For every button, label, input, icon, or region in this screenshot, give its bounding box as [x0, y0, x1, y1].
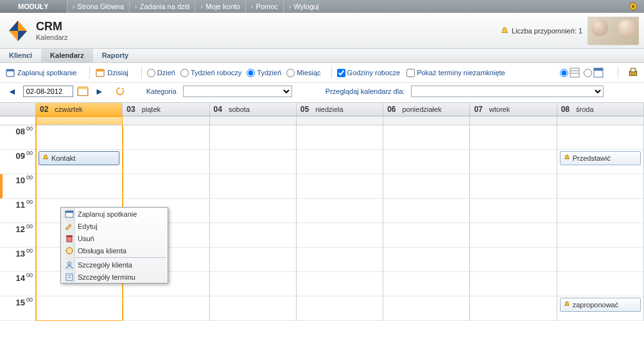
ctx-client-details[interactable]: Szczegóły klienta — [61, 258, 168, 271]
svg-marker-18 — [121, 88, 124, 91]
category-label: Kategoria — [146, 87, 177, 95]
bell-icon — [563, 154, 571, 162]
nav-account[interactable]: Moje konto — [195, 0, 245, 13]
day-header[interactable]: 04sobota — [210, 103, 297, 116]
prev-week-button[interactable]: ◄ — [5, 86, 19, 96]
calendar-plus-icon — [5, 68, 15, 78]
svg-rect-25 — [66, 274, 73, 280]
category-select[interactable] — [183, 86, 292, 97]
bell-icon — [500, 26, 509, 35]
app-title: CRM — [36, 20, 68, 33]
context-menu: Zaplanuj spotkanie Edytuj Usuń Obsługa k… — [60, 207, 168, 284]
day-header[interactable]: 03piątek — [123, 103, 209, 116]
day-header[interactable]: 08środa — [557, 103, 644, 116]
app-header: CRM Kalendarz Liczba przypomnień: 1 — [0, 13, 644, 49]
calendar-header-row: 02czwartek 03piątek 04sobota 05niedziela… — [0, 102, 644, 116]
date-input[interactable] — [23, 86, 73, 97]
day-header[interactable]: 07wtorek — [470, 103, 557, 116]
nav-help[interactable]: Pomoc — [245, 0, 283, 13]
plan-meeting-button[interactable]: Zaplanuj spotkanie — [5, 68, 76, 78]
svg-rect-20 — [65, 211, 73, 213]
calendar-toolbar: Zaplanuj spotkanie Dzisiaj Dzień Tydzień… — [0, 63, 644, 83]
svg-point-1 — [632, 5, 635, 8]
event-zaproponowac[interactable]: zaproponować — [560, 298, 641, 312]
svg-marker-3 — [9, 21, 18, 31]
nav-logout[interactable]: Wyloguj — [283, 0, 324, 13]
calendar-toolbar-2: ◄ ► Kategoria Przeglądaj kalendarz dla: — [0, 83, 644, 102]
day-column[interactable] — [297, 116, 383, 321]
bell-icon — [563, 301, 571, 309]
people-photo — [587, 17, 639, 45]
refresh-icon[interactable] — [116, 87, 125, 96]
calendar-today-icon — [95, 68, 105, 78]
view-month-radio[interactable]: Miesiąc — [286, 69, 320, 77]
work-hours-checkbox[interactable]: Godziny robocze — [337, 69, 401, 77]
view-week-radio[interactable]: Tydzień — [247, 69, 281, 77]
ctx-term-details[interactable]: Szczegóły terminu — [61, 271, 168, 283]
mode-a-radio[interactable] — [560, 69, 568, 77]
tab-raporty[interactable]: Raporty — [93, 49, 138, 62]
event-przedstawic[interactable]: Przedstawić — [560, 151, 641, 165]
svg-rect-9 — [570, 68, 579, 77]
datepicker-icon[interactable] — [77, 86, 89, 97]
list-icon — [593, 68, 604, 78]
view-day-radio[interactable]: Dzień — [147, 69, 175, 77]
day-column[interactable]: Przedstawić zaproponować — [557, 116, 644, 321]
nav-home[interactable]: Strona Główna — [67, 0, 129, 13]
next-week-button[interactable]: ► — [92, 86, 107, 96]
svg-rect-21 — [67, 237, 72, 242]
ctx-plan-meeting[interactable]: Zaplanuj spotkanie — [61, 208, 168, 220]
svg-point-24 — [68, 262, 71, 265]
day-header[interactable]: 06poniedziałek — [383, 103, 470, 116]
app-logo-icon — [5, 18, 31, 44]
module-tabs: Klienci Kalendarz Raporty — [0, 49, 644, 63]
day-header[interactable]: 05niedziela — [297, 103, 383, 116]
svg-rect-13 — [594, 68, 603, 71]
person-icon — [65, 260, 74, 269]
svg-rect-6 — [6, 69, 14, 71]
svg-rect-22 — [66, 235, 73, 237]
browse-for-select[interactable] — [411, 86, 604, 97]
trash-icon — [65, 234, 74, 243]
svg-marker-4 — [18, 31, 27, 41]
svg-rect-15 — [631, 68, 636, 72]
app-subtitle: Kalendarz — [36, 33, 68, 41]
top-nav: MODUŁY Strona Główna Zadania na dziś Moj… — [0, 0, 644, 13]
pencil-icon — [65, 222, 74, 231]
day-column[interactable] — [210, 116, 297, 321]
view-workweek-radio[interactable]: Tydzień roboczy — [180, 69, 241, 77]
event-kontakt[interactable]: Kontakt — [39, 151, 119, 165]
today-button[interactable]: Dzisiaj — [95, 68, 128, 78]
modules-button[interactable]: MODUŁY — [0, 0, 67, 13]
nav-tasks[interactable]: Zadania na dziś — [129, 0, 195, 13]
calendar-plus-icon — [65, 210, 74, 219]
day-column[interactable] — [383, 116, 470, 321]
print-icon[interactable] — [627, 67, 639, 78]
svg-rect-8 — [96, 69, 104, 71]
grid-icon — [570, 68, 580, 78]
show-open-checkbox[interactable]: Pokaż terminy niezamknięte — [406, 69, 505, 77]
details-icon — [65, 273, 74, 282]
reminder-count[interactable]: Liczba przypomnień: 1 — [500, 26, 582, 35]
ctx-delete[interactable]: Usuń — [61, 232, 168, 244]
ctx-edit[interactable]: Edytuj — [61, 220, 168, 232]
browse-for-label: Przeglądaj kalendarz dla: — [326, 87, 405, 95]
svg-point-23 — [66, 248, 73, 254]
mode-b-radio[interactable] — [584, 69, 592, 77]
tab-kalendarz[interactable]: Kalendarz — [41, 49, 93, 62]
day-header[interactable]: 02czwartek — [36, 103, 123, 116]
settings-icon[interactable] — [627, 1, 639, 12]
svg-rect-17 — [78, 87, 88, 89]
time-gutter: 0800 0900 1000 1100 1200 1300 1400 1500 — [0, 116, 36, 321]
support-icon — [65, 246, 74, 255]
ctx-client-service[interactable]: Obsługa klienta — [61, 244, 168, 257]
bell-icon — [42, 154, 49, 162]
day-column[interactable] — [470, 116, 557, 321]
tab-klienci[interactable]: Klienci — [0, 49, 41, 62]
